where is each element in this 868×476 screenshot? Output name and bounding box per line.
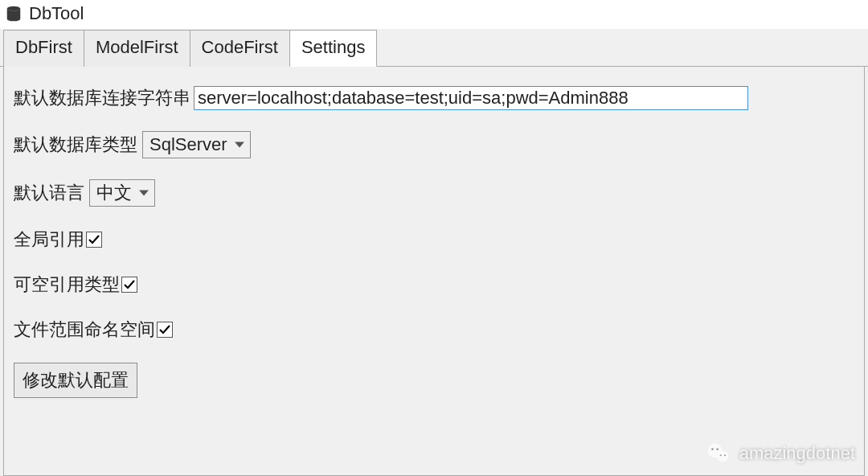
row-save: 修改默认配置 <box>14 363 854 398</box>
tab-dbfirst[interactable]: DbFirst <box>3 30 84 67</box>
settings-panel: 默认数据库连接字符串 默认数据库类型 SqlServer 默认语言 中文 全局引 <box>3 67 865 476</box>
db-type-select[interactable]: SqlServer <box>142 131 251 158</box>
row-connection-string: 默认数据库连接字符串 <box>14 86 854 110</box>
database-icon <box>5 5 23 23</box>
row-file-scoped-namespace: 文件范围命名空间 <box>14 318 854 342</box>
tab-label: ModelFirst <box>96 37 178 57</box>
save-settings-button-label: 修改默认配置 <box>23 370 129 390</box>
app-root: DbTool DbFirst ModelFirst CodeFirst Sett… <box>0 0 868 476</box>
check-icon <box>88 233 100 246</box>
tabstrip: DbFirst ModelFirst CodeFirst Settings <box>0 29 868 67</box>
global-reference-checkbox[interactable] <box>86 232 102 248</box>
chevron-down-icon <box>234 139 245 150</box>
db-type-value: SqlServer <box>149 134 227 155</box>
app-title: DbTool <box>29 3 84 24</box>
global-reference-label: 全局引用 <box>14 228 84 252</box>
tab-label: CodeFirst <box>202 37 278 57</box>
tab-label: Settings <box>301 37 366 57</box>
row-global-reference: 全局引用 <box>14 228 854 252</box>
language-label: 默认语言 <box>14 181 84 205</box>
save-settings-button[interactable]: 修改默认配置 <box>14 363 137 398</box>
file-scoped-namespace-label: 文件范围命名空间 <box>14 318 155 342</box>
nullable-reference-label: 可空引用类型 <box>14 273 120 297</box>
row-db-type: 默认数据库类型 SqlServer <box>14 131 854 158</box>
nullable-reference-checkbox[interactable] <box>121 277 137 293</box>
row-language: 默认语言 中文 <box>14 179 854 207</box>
connection-string-input[interactable] <box>194 86 748 110</box>
tab-settings[interactable]: Settings <box>289 30 378 67</box>
row-nullable-reference: 可空引用类型 <box>14 273 854 297</box>
db-type-label: 默认数据库类型 <box>14 133 137 157</box>
language-value: 中文 <box>96 181 132 205</box>
file-scoped-namespace-checkbox[interactable] <box>157 322 173 338</box>
tab-codefirst[interactable]: CodeFirst <box>190 30 290 67</box>
language-select[interactable]: 中文 <box>89 179 155 207</box>
connection-string-label: 默认数据库连接字符串 <box>14 86 190 110</box>
tab-label: DbFirst <box>15 37 72 57</box>
chevron-down-icon <box>138 187 149 199</box>
check-icon <box>123 278 136 291</box>
check-icon <box>158 323 171 336</box>
tab-modelfirst[interactable]: ModelFirst <box>84 30 190 67</box>
titlebar: DbTool <box>0 0 868 29</box>
